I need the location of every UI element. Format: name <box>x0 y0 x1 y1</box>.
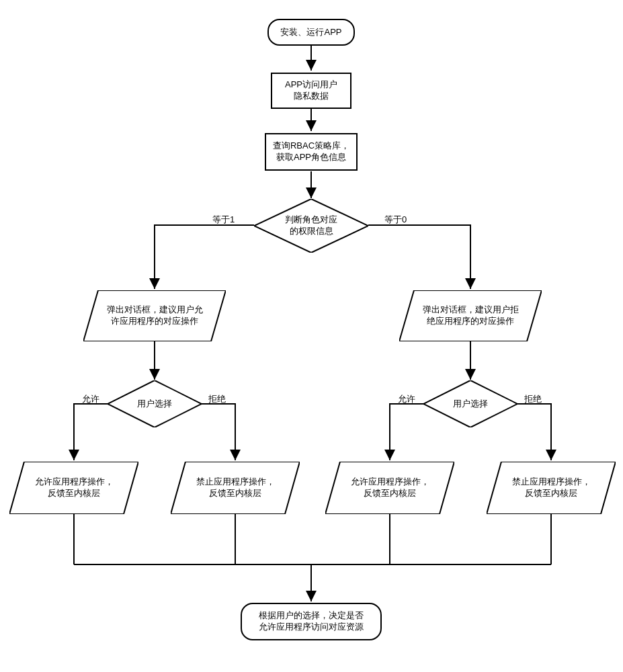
deny-right-text: 禁止应用程序操作， 反馈至内核层 <box>487 476 616 499</box>
dialog-allow-io: 弹出对话框，建议用户允 许应用程序的对应操作 <box>83 290 226 341</box>
edge-label-eq1: 等于1 <box>212 214 235 226</box>
judge-text: 判断角色对应 的权限信息 <box>281 214 341 237</box>
edge-label-eq0: 等于0 <box>384 214 407 226</box>
end-terminator: 根据用户的选择，决定是否 允许应用程序访问对应资源 <box>241 603 382 640</box>
end-text: 根据用户的选择，决定是否 允许应用程序访问对应资源 <box>259 610 364 633</box>
edge-label-deny-right: 拒绝 <box>524 393 542 405</box>
dialog-deny-text: 弹出对话框，建议用户拒 绝应用程序的对应操作 <box>399 304 542 327</box>
start-terminator: 安装、运行APP <box>267 19 355 46</box>
judge-decision: 判断角色对应 的权限信息 <box>254 199 368 253</box>
allow-left-text: 允许应用程序操作， 反馈至内核层 <box>9 476 138 499</box>
choice-right-text: 用户选择 <box>449 398 492 410</box>
access-text: APP访问用户 隐私数据 <box>285 79 337 102</box>
choice-right-decision: 用户选择 <box>423 380 517 427</box>
allow-right-io: 允许应用程序操作， 反馈至内核层 <box>325 462 454 514</box>
choice-left-decision: 用户选择 <box>108 380 202 427</box>
deny-left-io: 禁止应用程序操作， 反馈至内核层 <box>171 462 300 514</box>
edge-label-allow-left: 允许 <box>82 393 99 405</box>
dialog-allow-text: 弹出对话框，建议用户允 许应用程序的对应操作 <box>83 304 226 327</box>
deny-left-text: 禁止应用程序操作， 反馈至内核层 <box>171 476 300 499</box>
query-process: 查询RBAC策略库， 获取APP角色信息 <box>265 133 358 171</box>
allow-right-text: 允许应用程序操作， 反馈至内核层 <box>325 476 454 499</box>
access-process: APP访问用户 隐私数据 <box>271 73 351 109</box>
choice-left-text: 用户选择 <box>133 398 176 410</box>
dialog-deny-io: 弹出对话框，建议用户拒 绝应用程序的对应操作 <box>399 290 542 341</box>
query-text: 查询RBAC策略库， 获取APP角色信息 <box>273 140 349 163</box>
allow-left-io: 允许应用程序操作， 反馈至内核层 <box>9 462 138 514</box>
start-text: 安装、运行APP <box>280 27 341 38</box>
edge-label-deny-left: 拒绝 <box>208 393 226 405</box>
deny-right-io: 禁止应用程序操作， 反馈至内核层 <box>487 462 616 514</box>
edge-label-allow-right: 允许 <box>398 393 415 405</box>
